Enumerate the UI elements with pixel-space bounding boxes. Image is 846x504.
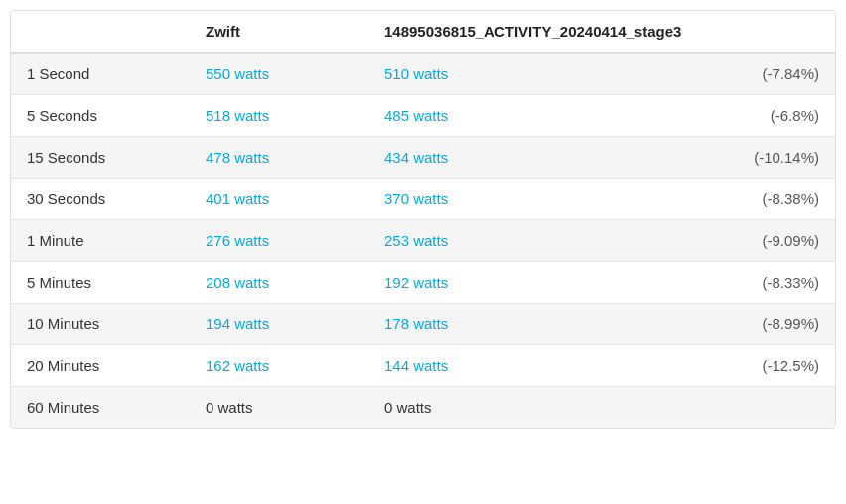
row-activity-watts: 370 watts xyxy=(368,179,600,220)
row-pct-diff: (-8.99%) xyxy=(600,304,835,345)
table-row: 5 Seconds518 watts485 watts(-6.8%) xyxy=(11,95,835,137)
header-activity: 14895036815_ACTIVITY_20240414_stage3 xyxy=(368,11,835,53)
table-row: 1 Minute276 watts253 watts(-9.09%) xyxy=(11,220,835,262)
row-zwift-watts: 0 watts xyxy=(190,387,368,429)
row-pct-diff xyxy=(600,387,835,429)
row-zwift-watts: 518 watts xyxy=(190,95,368,137)
row-label: 5 Seconds xyxy=(11,95,190,137)
table-row: 20 Minutes162 watts144 watts(-12.5%) xyxy=(11,345,835,387)
row-activity-watts: 178 watts xyxy=(368,304,600,345)
row-zwift-watts: 162 watts xyxy=(190,345,368,387)
header-zwift: Zwift xyxy=(190,11,368,53)
row-zwift-watts: 550 watts xyxy=(190,53,368,95)
row-label: 5 Minutes xyxy=(11,262,190,304)
row-activity-watts: 434 watts xyxy=(368,137,600,179)
row-activity-watts: 485 watts xyxy=(368,95,600,137)
row-pct-diff: (-8.38%) xyxy=(600,179,835,220)
row-pct-diff: (-8.33%) xyxy=(600,262,835,304)
row-activity-watts: 192 watts xyxy=(368,262,600,304)
row-label: 1 Second xyxy=(11,53,190,95)
row-label: 15 Seconds xyxy=(11,137,190,179)
table-row: 15 Seconds478 watts434 watts(-10.14%) xyxy=(11,137,835,179)
header-label xyxy=(11,11,190,53)
row-zwift-watts: 401 watts xyxy=(190,179,368,220)
table-row: 30 Seconds401 watts370 watts(-8.38%) xyxy=(11,179,835,220)
row-activity-watts: 510 watts xyxy=(368,53,600,95)
table-row: 1 Second550 watts510 watts(-7.84%) xyxy=(11,53,835,95)
row-label: 1 Minute xyxy=(11,220,190,262)
row-label: 20 Minutes xyxy=(11,345,190,387)
row-zwift-watts: 208 watts xyxy=(190,262,368,304)
row-pct-diff: (-9.09%) xyxy=(600,220,835,262)
row-activity-watts: 0 watts xyxy=(368,387,600,429)
row-label: 30 Seconds xyxy=(11,179,190,220)
row-pct-diff: (-12.5%) xyxy=(600,345,835,387)
table-row: 5 Minutes208 watts192 watts(-8.33%) xyxy=(11,262,835,304)
row-zwift-watts: 276 watts xyxy=(190,220,368,262)
table-row: 10 Minutes194 watts178 watts(-8.99%) xyxy=(11,304,835,345)
row-activity-watts: 144 watts xyxy=(368,345,600,387)
row-zwift-watts: 194 watts xyxy=(190,304,368,345)
row-activity-watts: 253 watts xyxy=(368,220,600,262)
row-pct-diff: (-7.84%) xyxy=(600,53,835,95)
comparison-table: Zwift 14895036815_ACTIVITY_20240414_stag… xyxy=(10,10,836,429)
row-label: 60 Minutes xyxy=(11,387,190,429)
row-pct-diff: (-10.14%) xyxy=(600,137,835,179)
table-header-row: Zwift 14895036815_ACTIVITY_20240414_stag… xyxy=(11,11,835,53)
row-label: 10 Minutes xyxy=(11,304,190,345)
table-row: 60 Minutes0 watts0 watts xyxy=(11,387,835,429)
row-pct-diff: (-6.8%) xyxy=(600,95,835,137)
row-zwift-watts: 478 watts xyxy=(190,137,368,179)
